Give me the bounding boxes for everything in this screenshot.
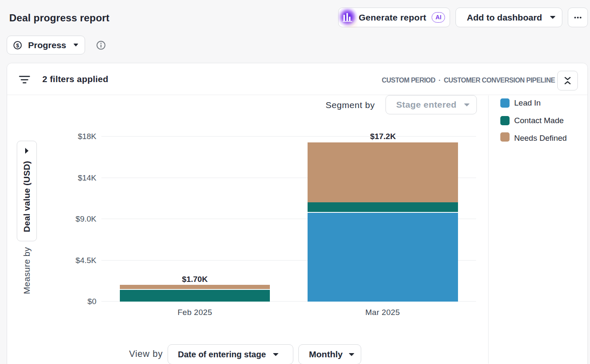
svg-text:$: $ [16,42,19,48]
